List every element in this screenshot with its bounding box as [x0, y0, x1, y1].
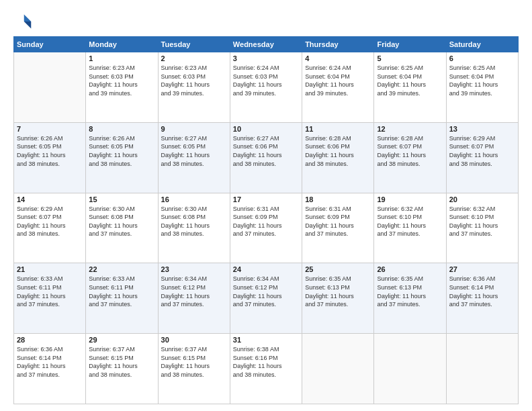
- day-number: 20: [449, 195, 515, 203]
- calendar-cell: [446, 334, 518, 404]
- calendar-cell: 1Sunrise: 6:23 AM Sunset: 6:03 PM Daylig…: [86, 52, 158, 123]
- day-number: 10: [233, 125, 299, 133]
- day-number: 25: [305, 265, 371, 273]
- day-info: Sunrise: 6:23 AM Sunset: 6:03 PM Dayligh…: [89, 64, 154, 97]
- calendar-cell: 23Sunrise: 6:34 AM Sunset: 6:12 PM Dayli…: [158, 263, 230, 334]
- day-number: 17: [233, 195, 299, 203]
- day-info: Sunrise: 6:33 AM Sunset: 6:11 PM Dayligh…: [17, 275, 83, 308]
- day-info: Sunrise: 6:29 AM Sunset: 6:07 PM Dayligh…: [17, 205, 83, 238]
- day-info: Sunrise: 6:27 AM Sunset: 6:05 PM Dayligh…: [161, 134, 227, 168]
- day-number: 9: [161, 125, 227, 133]
- day-number: 26: [377, 265, 443, 273]
- calendar-cell: 6Sunrise: 6:25 AM Sunset: 6:04 PM Daylig…: [446, 52, 518, 123]
- svg-marker-0: [24, 15, 32, 22]
- page: SundayMondayTuesdayWednesdayThursdayFrid…: [0, 0, 532, 411]
- calendar-header-row: SundayMondayTuesdayWednesdayThursdayFrid…: [14, 37, 519, 52]
- day-number: 15: [89, 195, 154, 203]
- day-info: Sunrise: 6:30 AM Sunset: 6:08 PM Dayligh…: [161, 205, 227, 238]
- day-info: Sunrise: 6:25 AM Sunset: 6:04 PM Dayligh…: [449, 64, 515, 97]
- day-info: Sunrise: 6:25 AM Sunset: 6:04 PM Dayligh…: [377, 64, 443, 97]
- calendar-cell: 9Sunrise: 6:27 AM Sunset: 6:05 PM Daylig…: [158, 122, 230, 193]
- calendar-week-row: 14Sunrise: 6:29 AM Sunset: 6:07 PM Dayli…: [14, 193, 519, 263]
- day-info: Sunrise: 6:36 AM Sunset: 6:14 PM Dayligh…: [17, 345, 83, 379]
- day-info: Sunrise: 6:37 AM Sunset: 6:15 PM Dayligh…: [89, 345, 154, 379]
- day-number: 8: [89, 125, 154, 133]
- day-info: Sunrise: 6:27 AM Sunset: 6:06 PM Dayligh…: [233, 134, 299, 168]
- calendar-cell: 24Sunrise: 6:34 AM Sunset: 6:12 PM Dayli…: [230, 263, 302, 334]
- calendar-cell: 30Sunrise: 6:37 AM Sunset: 6:15 PM Dayli…: [158, 334, 230, 404]
- calendar-cell: 21Sunrise: 6:33 AM Sunset: 6:11 PM Dayli…: [14, 263, 86, 334]
- day-number: 1: [89, 54, 154, 62]
- day-info: Sunrise: 6:33 AM Sunset: 6:11 PM Dayligh…: [89, 275, 154, 308]
- day-number: 11: [305, 125, 371, 133]
- day-info: Sunrise: 6:32 AM Sunset: 6:10 PM Dayligh…: [377, 205, 443, 238]
- calendar-cell: 2Sunrise: 6:23 AM Sunset: 6:03 PM Daylig…: [158, 52, 230, 123]
- calendar-cell: 20Sunrise: 6:32 AM Sunset: 6:10 PM Dayli…: [446, 193, 518, 263]
- calendar-cell: 11Sunrise: 6:28 AM Sunset: 6:06 PM Dayli…: [302, 122, 374, 193]
- day-number: 28: [17, 336, 83, 344]
- calendar-cell: 12Sunrise: 6:28 AM Sunset: 6:07 PM Dayli…: [374, 122, 446, 193]
- calendar-cell: 18Sunrise: 6:31 AM Sunset: 6:09 PM Dayli…: [302, 193, 374, 263]
- day-info: Sunrise: 6:31 AM Sunset: 6:09 PM Dayligh…: [233, 205, 299, 238]
- day-number: 24: [233, 265, 299, 273]
- day-number: 12: [377, 125, 443, 133]
- day-info: Sunrise: 6:23 AM Sunset: 6:03 PM Dayligh…: [161, 64, 227, 97]
- day-info: Sunrise: 6:28 AM Sunset: 6:06 PM Dayligh…: [305, 134, 371, 168]
- calendar-cell: 7Sunrise: 6:26 AM Sunset: 6:05 PM Daylig…: [14, 122, 86, 193]
- day-info: Sunrise: 6:24 AM Sunset: 6:04 PM Dayligh…: [305, 64, 371, 97]
- calendar-cell: 16Sunrise: 6:30 AM Sunset: 6:08 PM Dayli…: [158, 193, 230, 263]
- calendar-cell: 26Sunrise: 6:35 AM Sunset: 6:13 PM Dayli…: [374, 263, 446, 334]
- header-day-wednesday: Wednesday: [230, 37, 302, 52]
- day-number: 16: [161, 195, 227, 203]
- day-info: Sunrise: 6:35 AM Sunset: 6:13 PM Dayligh…: [377, 275, 443, 308]
- calendar-cell: 31Sunrise: 6:38 AM Sunset: 6:16 PM Dayli…: [230, 334, 302, 404]
- calendar-cell: 10Sunrise: 6:27 AM Sunset: 6:06 PM Dayli…: [230, 122, 302, 193]
- day-info: Sunrise: 6:34 AM Sunset: 6:12 PM Dayligh…: [233, 275, 299, 308]
- day-number: 6: [449, 54, 515, 62]
- calendar-cell: 3Sunrise: 6:24 AM Sunset: 6:03 PM Daylig…: [230, 52, 302, 123]
- calendar-cell: [302, 334, 374, 404]
- day-number: 30: [161, 336, 227, 344]
- day-number: 21: [17, 265, 83, 273]
- calendar-cell: 22Sunrise: 6:33 AM Sunset: 6:11 PM Dayli…: [86, 263, 158, 334]
- calendar-cell: 25Sunrise: 6:35 AM Sunset: 6:13 PM Dayli…: [302, 263, 374, 334]
- day-number: 19: [377, 195, 443, 203]
- day-info: Sunrise: 6:24 AM Sunset: 6:03 PM Dayligh…: [233, 64, 299, 97]
- day-info: Sunrise: 6:30 AM Sunset: 6:08 PM Dayligh…: [89, 205, 154, 238]
- calendar-week-row: 28Sunrise: 6:36 AM Sunset: 6:14 PM Dayli…: [14, 334, 519, 404]
- calendar-cell: 13Sunrise: 6:29 AM Sunset: 6:07 PM Dayli…: [446, 122, 518, 193]
- calendar-cell: 14Sunrise: 6:29 AM Sunset: 6:07 PM Dayli…: [14, 193, 86, 263]
- day-number: 5: [377, 54, 443, 62]
- calendar-week-row: 1Sunrise: 6:23 AM Sunset: 6:03 PM Daylig…: [14, 52, 519, 123]
- day-info: Sunrise: 6:32 AM Sunset: 6:10 PM Dayligh…: [449, 205, 515, 238]
- day-number: 3: [233, 54, 299, 62]
- day-number: 29: [89, 336, 154, 344]
- day-info: Sunrise: 6:29 AM Sunset: 6:07 PM Dayligh…: [449, 134, 515, 168]
- day-info: Sunrise: 6:37 AM Sunset: 6:15 PM Dayligh…: [161, 345, 227, 379]
- calendar-cell: 19Sunrise: 6:32 AM Sunset: 6:10 PM Dayli…: [374, 193, 446, 263]
- calendar: SundayMondayTuesdayWednesdayThursdayFrid…: [13, 36, 519, 404]
- header: [13, 12, 519, 31]
- day-info: Sunrise: 6:36 AM Sunset: 6:14 PM Dayligh…: [449, 275, 515, 308]
- header-day-sunday: Sunday: [14, 37, 86, 52]
- calendar-cell: 29Sunrise: 6:37 AM Sunset: 6:15 PM Dayli…: [86, 334, 158, 404]
- day-number: 7: [17, 125, 83, 133]
- svg-marker-1: [24, 21, 32, 29]
- calendar-cell: [374, 334, 446, 404]
- day-info: Sunrise: 6:38 AM Sunset: 6:16 PM Dayligh…: [233, 345, 299, 379]
- day-number: 18: [305, 195, 371, 203]
- day-info: Sunrise: 6:35 AM Sunset: 6:13 PM Dayligh…: [305, 275, 371, 308]
- day-info: Sunrise: 6:34 AM Sunset: 6:12 PM Dayligh…: [161, 275, 227, 308]
- day-number: 13: [449, 125, 515, 133]
- day-info: Sunrise: 6:26 AM Sunset: 6:05 PM Dayligh…: [17, 134, 83, 168]
- calendar-cell: 17Sunrise: 6:31 AM Sunset: 6:09 PM Dayli…: [230, 193, 302, 263]
- day-number: 2: [161, 54, 227, 62]
- calendar-cell: 15Sunrise: 6:30 AM Sunset: 6:08 PM Dayli…: [86, 193, 158, 263]
- header-day-tuesday: Tuesday: [158, 37, 230, 52]
- day-number: 14: [17, 195, 83, 203]
- calendar-cell: 27Sunrise: 6:36 AM Sunset: 6:14 PM Dayli…: [446, 263, 518, 334]
- calendar-cell: 4Sunrise: 6:24 AM Sunset: 6:04 PM Daylig…: [302, 52, 374, 123]
- header-day-friday: Friday: [374, 37, 446, 52]
- calendar-week-row: 7Sunrise: 6:26 AM Sunset: 6:05 PM Daylig…: [14, 122, 519, 193]
- day-info: Sunrise: 6:31 AM Sunset: 6:09 PM Dayligh…: [305, 205, 371, 238]
